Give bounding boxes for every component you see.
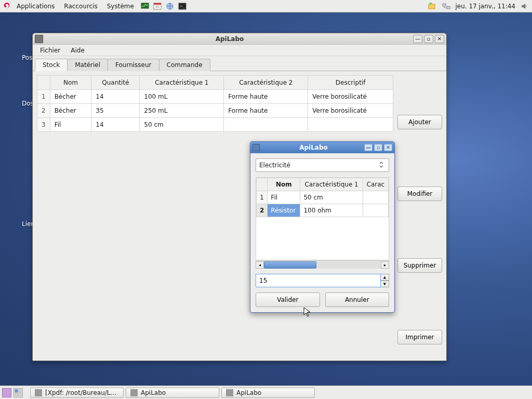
scroll-right-button[interactable]: ▸ — [381, 261, 389, 269]
taskbar-label: ApiLabo — [141, 389, 166, 396]
svg-rect-2 — [154, 3, 161, 5]
dialog-title: ApiLabo — [263, 144, 364, 151]
tab-stock[interactable]: Stock — [35, 59, 68, 71]
taskbar-item-apilabo-1[interactable]: ApiLabo — [126, 388, 219, 398]
taskbar-label: [Xpdf: /root/Bureau/L... — [45, 389, 116, 396]
tab-materiel[interactable]: Matériel — [67, 59, 108, 71]
dialog-app-icon — [252, 144, 260, 151]
svg-rect-14 — [19, 390, 21, 392]
debian-logo-icon — [2, 2, 11, 11]
app-icon — [35, 389, 42, 396]
item-picker-table[interactable]: Nom Caractéristique 1 Carac 1Fil50 cm2Ré… — [256, 177, 389, 260]
print-button[interactable]: Imprimer — [397, 330, 442, 344]
workspace-switcher[interactable] — [14, 388, 23, 397]
menu-fichier[interactable]: Fichier — [36, 46, 64, 55]
svg-rect-13 — [15, 390, 18, 392]
col-rownum[interactable] — [37, 76, 50, 90]
chevron-updown-icon — [377, 161, 385, 170]
scrollbar-thumb[interactable] — [264, 261, 316, 269]
add-dialog: ApiLabo — ▫ ✕ Electricité Nom Caractéris… — [250, 141, 395, 313]
col-quantite[interactable]: Quantité — [91, 76, 140, 90]
tray-app-icon[interactable] — [427, 2, 437, 11]
taskbar-label: ApiLabo — [236, 389, 261, 396]
menu-raccourcis[interactable]: Raccourcis — [60, 2, 101, 11]
app-icon — [130, 389, 138, 396]
col-carac1[interactable]: Caractéristique 1 — [140, 76, 224, 90]
dialog-close-button[interactable]: ✕ — [384, 144, 392, 151]
svg-rect-11 — [443, 4, 446, 6]
launcher-browser-icon[interactable] — [165, 2, 175, 11]
table-row[interactable]: 2Résistor100 ohm — [257, 204, 389, 217]
category-combobox[interactable]: Electricité — [256, 158, 389, 172]
add-button[interactable]: Ajouter — [397, 115, 442, 129]
titlebar[interactable]: ApiLabo — ▫ ✕ — [33, 33, 446, 45]
validate-button[interactable]: Valider — [256, 292, 320, 307]
svg-text:>_: >_ — [180, 4, 185, 8]
scroll-left-button[interactable]: ◂ — [256, 261, 264, 269]
quantity-input[interactable] — [256, 274, 381, 287]
combobox-value: Electricité — [259, 162, 290, 169]
tray-network-icon[interactable] — [441, 2, 451, 11]
menu-systeme[interactable]: Système — [103, 2, 138, 11]
svg-rect-12 — [447, 6, 450, 9]
svg-rect-0 — [141, 3, 149, 8]
tab-commande[interactable]: Commande — [159, 59, 210, 71]
menubar: Fichier Aide — [33, 45, 446, 56]
tabbar: Stock Matériel Fournisseur Commande — [33, 56, 446, 71]
table-row[interactable]: 2Bécher35250 mLForme hauteVerre borosili… — [37, 104, 393, 118]
minimize-button[interactable]: — — [413, 35, 422, 43]
window-title: ApiLabo — [46, 35, 413, 43]
maximize-button[interactable]: ▫ — [424, 35, 433, 43]
horizontal-scrollbar[interactable]: ◂ ▸ — [256, 260, 389, 269]
taskbar-item-apilabo-2[interactable]: ApiLabo — [221, 388, 315, 398]
app-icon — [226, 389, 233, 396]
col-carac1[interactable]: Caractéristique 1 — [300, 178, 363, 191]
launcher-terminal-icon[interactable]: >_ — [177, 2, 188, 11]
dialog-titlebar[interactable]: ApiLabo — ▫ ✕ — [250, 142, 394, 153]
taskbar-item-xpdf[interactable]: [Xpdf: /root/Bureau/L... — [30, 388, 124, 398]
svg-rect-16 — [19, 393, 21, 396]
close-button[interactable]: ✕ — [435, 35, 444, 43]
col-carac2[interactable]: Caractéristique 2 — [224, 76, 308, 90]
top-panel: Applications Raccourcis Système >_ jeu. … — [0, 0, 532, 12]
menu-aide[interactable]: Aide — [66, 46, 89, 55]
col-descriptif[interactable]: Descriptif — [308, 76, 393, 90]
dialog-maximize-button[interactable]: ▫ — [374, 144, 382, 151]
svg-rect-15 — [15, 393, 18, 396]
col-rownum[interactable] — [257, 178, 268, 191]
col-nom[interactable]: Nom — [268, 178, 300, 191]
menu-applications[interactable]: Applications — [12, 2, 59, 11]
table-row[interactable]: 3Fil1450 cm — [37, 118, 393, 132]
tab-fournisseur[interactable]: Fournisseur — [108, 59, 159, 71]
quantity-spinbox[interactable]: ▲ ▼ — [256, 274, 389, 287]
dialog-minimize-button[interactable]: — — [364, 144, 373, 151]
desktop-icon-label: Pos — [22, 54, 32, 61]
show-desktop-button[interactable] — [2, 388, 11, 397]
volume-icon[interactable] — [519, 2, 529, 11]
spin-up-button[interactable]: ▲ — [381, 274, 389, 281]
window-app-icon — [35, 35, 43, 43]
edit-button[interactable]: Modifier — [397, 187, 442, 201]
spin-down-button[interactable]: ▼ — [381, 281, 389, 287]
launcher-monitor-icon[interactable] — [140, 2, 150, 11]
table-row[interactable]: 1Bécher14100 mLForme hauteVerre borosili… — [37, 90, 393, 104]
svg-rect-9 — [429, 4, 435, 9]
svg-rect-10 — [430, 3, 432, 5]
col-nom[interactable]: Nom — [50, 76, 91, 90]
cancel-button[interactable]: Annuler — [325, 292, 390, 307]
clock[interactable]: jeu. 17 janv., 11:44 — [455, 3, 515, 10]
col-carac2[interactable]: Carac — [363, 178, 388, 191]
table-row[interactable]: 1Fil50 cm — [257, 191, 389, 204]
launcher-calendar-icon[interactable] — [152, 2, 163, 11]
bottom-panel: [Xpdf: /root/Bureau/L... ApiLabo ApiLabo — [0, 385, 532, 399]
delete-button[interactable]: Supprimer — [397, 258, 442, 273]
